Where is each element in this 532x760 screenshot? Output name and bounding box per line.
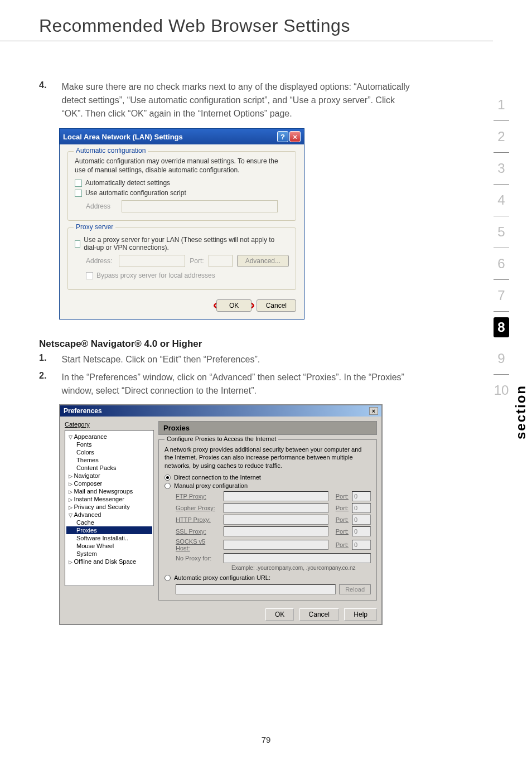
ftp-proxy-input — [224, 491, 328, 501]
auto-detect-checkbox[interactable] — [75, 180, 82, 187]
close-icon[interactable]: × — [369, 407, 378, 415]
ssl-port-input: 0 — [352, 526, 371, 536]
netscape-heading: Netscape® Navigator® 4.0 or Higher — [39, 338, 465, 350]
direct-connection-label: Direct connection to the Internet — [174, 474, 261, 481]
tree-advanced[interactable]: Advanced — [66, 511, 152, 519]
tree-software-install[interactable]: Software Installati.. — [66, 534, 152, 542]
section-nav-4[interactable]: 4 — [494, 185, 509, 216]
lan-titlebar: Local Area Network (LAN) Settings ? × — [60, 129, 304, 144]
pref-help-button[interactable]: Help — [344, 608, 377, 621]
tree-offline-disk[interactable]: Offline and Disk Space — [66, 558, 152, 565]
section-nav-3[interactable]: 3 — [494, 153, 509, 185]
tree-system[interactable]: System — [66, 550, 152, 558]
tree-appearance[interactable]: Appearance — [66, 433, 152, 440]
ssl-proxy-label: SSL Proxy: — [176, 528, 220, 535]
close-icon[interactable]: × — [289, 131, 301, 142]
no-proxy-example: Example: .yourcompany.com, .yourcompany.… — [231, 565, 371, 571]
section-nav-6[interactable]: 6 — [494, 248, 509, 280]
step-1: 1. Start Netscape. Click on “Edit” then … — [39, 353, 465, 366]
bypass-label: Bypass proxy server for local addresses — [96, 272, 215, 279]
main-content: 4. Make sure there are no check marks ne… — [0, 41, 532, 625]
socks-host-input — [224, 540, 328, 550]
tree-instant-messenger[interactable]: Instant Messenger — [66, 495, 152, 503]
no-proxy-label: No Proxy for: — [176, 555, 220, 561]
ok-button[interactable]: OK — [216, 299, 252, 312]
step2-text: In the “Preferences” window, click on “A… — [61, 371, 418, 398]
help-icon[interactable]: ? — [277, 131, 288, 142]
gopher-port-input: 0 — [352, 503, 371, 513]
preferences-dialog: Preferences × Category Appearance Fonts … — [59, 404, 383, 625]
pref-ok-button[interactable]: OK — [265, 608, 294, 621]
tree-mouse-wheel[interactable]: Mouse Wheel — [66, 542, 152, 550]
configure-proxies-group: Configure Proxies to Access the Internet… — [158, 439, 377, 601]
step4-number: 4. — [39, 80, 59, 90]
ok-highlight-circle: OK — [214, 300, 254, 311]
http-port-input: 0 — [352, 515, 371, 525]
step4-text: Make sure there are no check marks next … — [61, 80, 418, 120]
tree-privacy-security[interactable]: Privacy and Security — [66, 503, 152, 511]
use-proxy-checkbox[interactable] — [75, 240, 80, 248]
socks-port-input: 0 — [352, 540, 371, 550]
step2-number: 2. — [39, 371, 59, 381]
category-tree[interactable]: Appearance Fonts Colors Themes Content P… — [65, 430, 154, 586]
tree-themes[interactable]: Themes — [66, 456, 152, 464]
http-proxy-label: HTTP Proxy: — [176, 516, 220, 523]
section-nav-2[interactable]: 2 — [494, 121, 509, 153]
http-proxy-input — [224, 515, 328, 525]
auto-script-label: Use automatic configuration script — [85, 189, 186, 197]
tree-fonts[interactable]: Fonts — [66, 440, 152, 448]
page-title: Recommended Web Browser Settings — [0, 0, 493, 41]
section-nav-8[interactable]: 8 — [494, 317, 509, 337]
auto-proxy-url-label: Automatic proxy configuration URL: — [174, 574, 270, 581]
auto-script-checkbox[interactable] — [75, 190, 82, 197]
proxy-port-label: Port: — [190, 257, 204, 265]
automatic-configuration-group: Automatic configuration Automatic config… — [67, 151, 296, 221]
gopher-port-label: Port: — [332, 505, 349, 511]
manual-proxy-label: Manual proxy configuration — [174, 482, 248, 489]
panel-heading: Proxies — [158, 421, 377, 435]
ftp-port-input: 0 — [352, 491, 371, 501]
lan-title: Local Area Network (LAN) Settings — [63, 133, 183, 141]
ftp-proxy-label: FTP Proxy: — [176, 493, 220, 500]
autoconf-address-input — [122, 200, 278, 212]
auto-proxy-url-radio[interactable] — [165, 575, 171, 581]
section-nav-9[interactable]: 9 — [494, 343, 509, 375]
proxy-server-group: Proxy server Use a proxy server for your… — [67, 227, 296, 290]
proxy-address-input — [119, 255, 185, 267]
section-nav-7[interactable]: 7 — [494, 280, 509, 312]
autoconf-legend: Automatic configuration — [74, 147, 148, 154]
pref-cancel-button[interactable]: Cancel — [299, 608, 339, 621]
tree-composer[interactable]: Composer — [66, 480, 152, 487]
category-label: Category — [65, 421, 154, 428]
section-nav-1[interactable]: 1 — [494, 89, 509, 121]
socks-host-label: SOCKS v5 Host: — [176, 538, 220, 551]
proxy-address-label: Address: — [86, 257, 114, 265]
section-nav: 1 2 3 4 5 6 7 8 9 10 — [491, 89, 512, 406]
autoconf-desc: Automatic configuration may override man… — [75, 157, 289, 175]
http-port-label: Port: — [332, 516, 349, 523]
use-proxy-label: Use a proxy server for your LAN (These s… — [84, 236, 289, 251]
gopher-proxy-label: Gopher Proxy: — [176, 505, 220, 511]
tree-navigator[interactable]: Navigator — [66, 472, 152, 480]
pref-fs-desc: A network proxy provides additional secu… — [165, 446, 371, 469]
section-label: section — [513, 385, 529, 439]
pref-title: Preferences — [64, 407, 102, 415]
cancel-button[interactable]: Cancel — [257, 299, 296, 312]
pref-titlebar: Preferences × — [60, 405, 381, 417]
proxy-legend: Proxy server — [74, 223, 115, 231]
section-nav-10[interactable]: 10 — [494, 375, 509, 406]
pref-fs-legend: Configure Proxies to Access the Internet — [165, 435, 278, 442]
tree-colors[interactable]: Colors — [66, 448, 152, 456]
tree-content-packs[interactable]: Content Packs — [66, 464, 152, 472]
tree-proxies[interactable]: Proxies — [66, 526, 152, 534]
ftp-port-label: Port: — [332, 493, 349, 500]
step-2: 2. In the “Preferences” window, click on… — [39, 371, 465, 398]
advanced-button[interactable]: Advanced... — [237, 255, 289, 267]
section-nav-5[interactable]: 5 — [494, 216, 509, 248]
step1-text: Start Netscape. Click on “Edit” then “Pr… — [61, 353, 418, 366]
lan-settings-dialog: Local Area Network (LAN) Settings ? × Au… — [59, 128, 304, 320]
tree-cache[interactable]: Cache — [66, 519, 152, 526]
direct-connection-radio[interactable] — [165, 475, 171, 481]
tree-mail-news[interactable]: Mail and Newsgroups — [66, 487, 152, 495]
manual-proxy-radio[interactable] — [165, 483, 171, 489]
